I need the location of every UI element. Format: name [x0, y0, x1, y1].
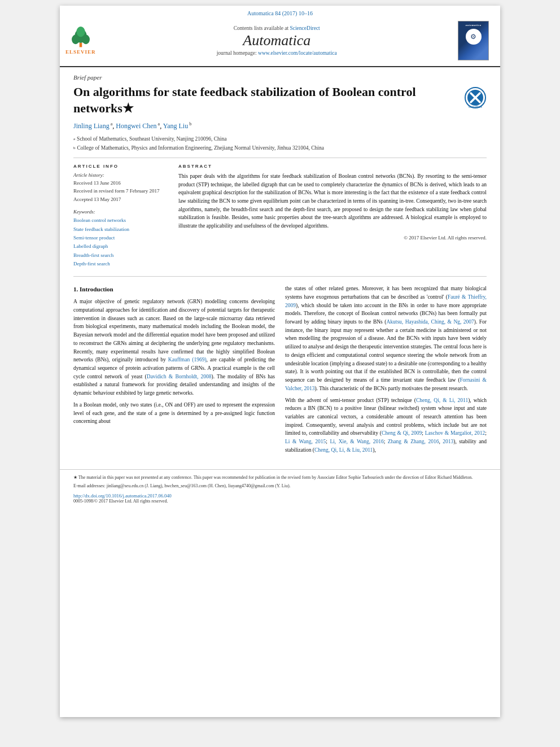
article-title-row: On algorithms for state feedback stabili…: [73, 84, 487, 116]
body-two-columns: 1. Introduction A major objective of gen…: [73, 285, 487, 457]
keyword-1[interactable]: Boolean control networks: [73, 216, 169, 225]
journal-center: Contents lists available at ScienceDirec…: [96, 25, 458, 56]
ref-faure[interactable]: Fauré & Thieffry, 2009: [285, 294, 487, 308]
author-yang-liu[interactable]: Yang Liu: [163, 122, 188, 130]
ref-liwang2015[interactable]: Li & Wang, 2015: [285, 439, 326, 444]
ref-zhang2013[interactable]: 2013: [443, 439, 453, 444]
keyword-6[interactable]: Depth-first search: [73, 260, 169, 268]
article-footer: ★ The material in this paper was not pre…: [60, 469, 500, 506]
header-content: ELSEVIER Contents lists available at Sci…: [60, 19, 500, 63]
elsevier-tree-icon: [67, 27, 95, 48]
copyright-line: © 2017 Elsevier Ltd. All rights reserved…: [178, 235, 487, 241]
section1-title: 1. Introduction: [73, 285, 275, 294]
doi-line[interactable]: http://dx.doi.org/10.1016/j.automatica.2…: [73, 493, 487, 499]
ref-akutsu[interactable]: Akutsu, Hayashida, Ching, & Ng, 2007: [386, 319, 474, 325]
email-footer: E-mail addresses: jinliang@seu.edu.cn (J…: [73, 483, 487, 490]
abstract-text: This paper deals with the algorithms for…: [178, 172, 487, 230]
body-para-3: the states of other related genes. Moreo…: [285, 285, 487, 392]
article-info-panel: ARTICLE INFO Article history: Received 1…: [73, 164, 169, 268]
article-content: Brief paper On algorithms for state feed…: [60, 67, 500, 465]
article-history-label: Article history:: [73, 172, 169, 178]
revised-date: Received in revised form 7 February 2017: [73, 187, 169, 195]
article-info-header: ARTICLE INFO: [73, 164, 169, 169]
svg-point-3: [82, 34, 90, 44]
ref-davidich[interactable]: Davidich & Bornholdt, 2008: [147, 374, 212, 379]
keywords-label: Keywords:: [73, 209, 169, 215]
author-jinling-liang[interactable]: Jinling Liang: [73, 122, 110, 130]
footnote: ★ The material in this paper was not pre…: [73, 474, 487, 481]
article-info-abstract-section: ARTICLE INFO Article history: Received 1…: [73, 158, 487, 268]
journal-homepage-line: journal homepage: www.elsevier.com/locat…: [107, 50, 447, 56]
ref-cheng2009[interactable]: Cheng & Qi, 2009: [382, 430, 422, 436]
authors-line: Jinling Liang a, Hongwei Chen a, Yang Li…: [73, 121, 487, 132]
section-divider: [73, 276, 487, 277]
article-page: Automatica 84 (2017) 10–16 ELSEVIER Cont…: [60, 6, 500, 717]
article-title: On algorithms for state feedback stabili…: [73, 84, 458, 116]
abstract-panel: ABSTRACT This paper deals with the algor…: [178, 164, 487, 268]
sciencedirect-link[interactable]: ScienceDirect: [290, 25, 320, 31]
issn-line: 0005-1098/© 2017 Elsevier Ltd. All right…: [73, 499, 487, 504]
footnote-star: ★: [73, 475, 78, 480]
journal-title: Automatica: [107, 32, 447, 49]
accepted-date: Accepted 13 May 2017: [73, 196, 169, 204]
svg-point-4: [76, 27, 85, 37]
journal-cover-logo: ⚙: [466, 29, 482, 45]
journal-cover-image: automatica ⚙: [458, 21, 489, 60]
elsevier-logo: ELSEVIER: [65, 27, 96, 55]
journal-homepage-link[interactable]: www.elsevier.com/locate/automatica: [258, 50, 337, 56]
ref-lixie[interactable]: Li, Xie, & Wang, 2016: [330, 439, 383, 444]
svg-text:CrossMark: CrossMark: [469, 105, 483, 108]
keyword-5[interactable]: Breadth-first search: [73, 251, 169, 260]
keyword-3[interactable]: Semi-tensor product: [73, 234, 169, 242]
body-para-1: A major objective of genetic regulatory …: [73, 298, 275, 397]
ref-zhang2016[interactable]: Zhang & Zhang, 2016: [388, 439, 439, 444]
keyword-4[interactable]: Labelled digraph: [73, 242, 169, 251]
svg-rect-0: [79, 43, 82, 47]
body-col-left: 1. Introduction A major objective of gen…: [73, 285, 275, 457]
body-para-2: In a Boolean model, only two states (i.e…: [73, 401, 275, 426]
author-hongwei-chen[interactable]: Hongwei Chen: [116, 122, 156, 130]
crossmark-icon: CrossMark: [464, 86, 487, 109]
keywords-section: Keywords: Boolean control networks State…: [73, 209, 169, 268]
elsevier-brand-text: ELSEVIER: [65, 49, 96, 55]
received-date: Received 13 June 2016: [73, 180, 169, 187]
keyword-2[interactable]: State feedback stabilization: [73, 225, 169, 234]
ref-fornasini[interactable]: Fornasini & Valcher, 2013: [285, 377, 487, 391]
ref-cheng-stab[interactable]: Cheng, Qi, Li, & Liu, 2011: [314, 447, 373, 453]
svg-point-2: [72, 34, 80, 44]
body-col-right: the states of other related genes. Moreo…: [285, 285, 487, 457]
contents-line: Contents lists available at ScienceDirec…: [107, 25, 447, 31]
article-type-label: Brief paper: [73, 74, 487, 81]
affiliation-a: a School of Mathematics, Southeast Unive…: [73, 135, 487, 143]
ref-cheng2011[interactable]: Cheng, Qi, & Li, 2011: [416, 397, 468, 403]
journal-citation: Automatica 84 (2017) 10–16: [247, 10, 313, 16]
affiliations: a School of Mathematics, Southeast Unive…: [73, 135, 487, 152]
journal-top-bar: Automatica 84 (2017) 10–16: [60, 10, 500, 16]
journal-header: Automatica 84 (2017) 10–16 ELSEVIER Cont…: [60, 6, 500, 67]
affiliation-b: b College of Mathematics, Physics and In…: [73, 144, 487, 152]
ref-kauffman[interactable]: Kauffman (1969): [168, 357, 207, 362]
body-para-4: With the advent of semi-tensor product (…: [285, 396, 487, 455]
abstract-header: ABSTRACT: [178, 164, 487, 169]
ref-laschov[interactable]: Laschov & Margaliot, 2012: [425, 430, 485, 436]
